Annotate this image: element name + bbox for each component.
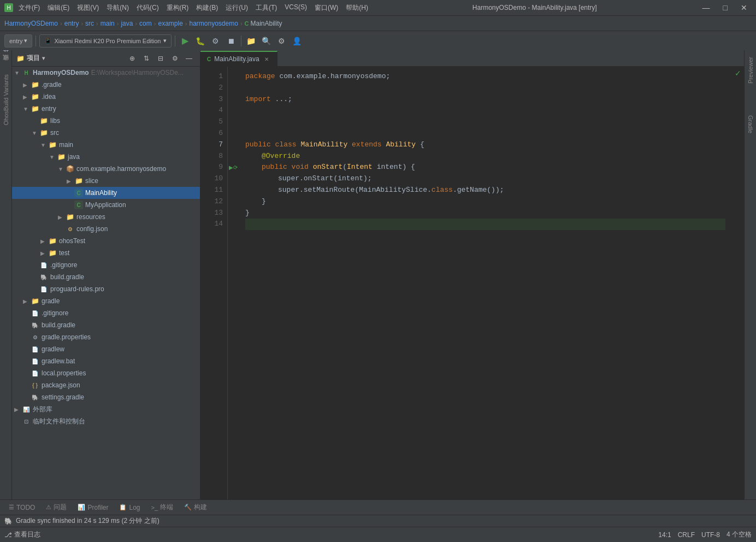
indent[interactable]: 4 个空格 [727,530,752,539]
menu-view[interactable]: 视图(V) [74,2,102,14]
file-button[interactable]: 📁 [245,34,258,48]
folder-icon: 📁 [48,140,57,149]
tree-item-gradle-hidden[interactable]: ▶ 📁 .gradle [12,79,200,91]
tree-item-gradle-folder[interactable]: ▶ 📁 gradle [12,295,200,307]
code-content[interactable]: package com.example.harmonyosdemo; impor… [239,67,732,499]
previewer-tab[interactable]: Previewer [746,52,755,88]
git-branch[interactable]: ⎇ 查看日志 [4,530,40,539]
entry-selector[interactable]: entry ▾ [4,34,32,48]
tree-item-mainability[interactable]: C MainAbility [12,187,200,199]
charset[interactable]: UTF-8 [701,531,720,539]
menu-tools[interactable]: 工具(T) [252,2,280,14]
tree-item-gitignore-root[interactable]: 📄 .gitignore [12,307,200,319]
menu-run[interactable]: 运行(U) [222,2,251,14]
breadcrumb-example[interactable]: example [158,20,182,27]
sidebar-collapse-button[interactable]: ⊟ [154,52,167,65]
folder-icon: 📁 [57,152,66,161]
sidebar-minimize-button[interactable]: — [182,52,196,65]
left-tab-structure[interactable]: 结构 [0,52,11,61]
tree-item-gradle-properties[interactable]: ⚙ gradle.properties [12,331,200,343]
tree-item-resources[interactable]: ▶ 📁 resources [12,211,200,223]
tree-item-settings-gradle[interactable]: 🐘 settings.gradle [12,391,200,403]
menu-refactor[interactable]: 重构(R) [163,2,192,14]
bottom-tab-build[interactable]: 🔨 构建 [180,502,211,513]
tree-item-build-gradle-entry[interactable]: 🐘 build.gradle [12,271,200,283]
line-num-12: 12 [200,196,227,208]
menu-nav[interactable]: 导航(N) [103,2,132,14]
breadcrumb-java[interactable]: java [121,20,133,27]
line-ending[interactable]: CRLF [678,531,695,539]
left-tab-favorites[interactable]: 收藏 [0,61,11,70]
menu-vcs[interactable]: VCS(S) [281,2,310,14]
tree-label: config.json [76,225,108,233]
bottom-tab-todo[interactable]: ☰ TODO [4,503,39,512]
tree-item-proguard[interactable]: 📄 proguard-rules.pro [12,283,200,295]
tree-item-myapplication[interactable]: C MyApplication [12,199,200,211]
bottom-tab-profiler[interactable]: 📊 Profiler [73,503,113,512]
log-icon: 📋 [119,504,127,511]
gradle-tab[interactable]: Gradle [746,111,755,138]
cursor-position[interactable]: 14:1 [658,531,671,539]
tree-item-slice[interactable]: ▶ 📁 slice [12,175,200,187]
tree-item-gitignore-entry[interactable]: 📄 .gitignore [12,259,200,271]
tree-item-local-properties[interactable]: 📄 local.properties [12,367,200,379]
sidebar-settings-button[interactable]: ⚙ [168,52,181,65]
tree-item-gradlew[interactable]: 📄 gradlew [12,343,200,355]
debug-button[interactable]: 🐛 [194,34,207,48]
left-tab-ohosbuild[interactable]: OhosBuild Variants [1,70,11,129]
attach-button[interactable]: ⚙ [209,34,222,48]
tree-item-src[interactable]: ▼ 📁 src [12,127,200,139]
user-button[interactable]: 👤 [291,34,304,48]
tree-item-external-libs[interactable]: ▶ 📊 外部库 [12,403,200,415]
tree-item-gradlew-bat[interactable]: 📄 gradlew.bat [12,355,200,367]
run-button[interactable]: ▶ [179,34,192,48]
tree-item-ohostest[interactable]: ▶ 📁 ohosTest [12,235,200,247]
menu-window[interactable]: 窗口(W) [311,2,341,14]
toolbar-separator-3 [241,36,241,46]
tree-item-main[interactable]: ▼ 📁 main [12,139,200,151]
menu-edit[interactable]: 编辑(E) [44,2,73,14]
breadcrumb-project[interactable]: HarmonyOSDemo [4,20,58,27]
breadcrumb-src[interactable]: src [85,20,94,27]
breadcrumb-entry[interactable]: entry [64,20,79,27]
stop-button[interactable]: ⏹ [225,34,238,48]
tree-item-build-gradle-root[interactable]: 🐘 build.gradle [12,319,200,331]
menu-code[interactable]: 代码(C) [133,2,162,14]
settings-button[interactable]: ⚙ [275,34,288,48]
search-button[interactable]: 🔍 [260,34,273,48]
breadcrumb-main[interactable]: main [101,20,115,27]
menu-file[interactable]: 文件(F) [15,2,43,14]
tab-close-button[interactable]: ✕ [263,55,270,63]
breadcrumb-harmonyosdemo[interactable]: harmonyosdemo [189,20,238,27]
arrow-icon: ▶ [40,250,48,256]
tree-item-package[interactable]: ▼ 📦 com.example.harmonyosdemo [12,163,200,175]
sidebar-add-button[interactable]: ⊕ [126,52,139,65]
gradle-sync-icon: 🐘 [4,517,13,525]
tree-item-root[interactable]: ▼ H HarmonyOSDemo E:\Workspace\HarmonyOS… [12,67,200,79]
tree-item-package-json[interactable]: { } package.json [12,379,200,391]
tree-item-entry[interactable]: ▼ 📁 entry [12,103,200,115]
device-selector[interactable]: 📱 Xiaomi Redmi K20 Pro Premium Edition ▾ [39,34,171,48]
tree-item-libs[interactable]: 📁 libs [12,115,200,127]
tree-item-test[interactable]: ▶ 📁 test [12,247,200,259]
breadcrumb-com[interactable]: com [139,20,152,27]
sidebar-sync-button[interactable]: ⇅ [140,52,153,65]
tree-item-config-json[interactable]: ⚙ config.json [12,223,200,235]
gutter-6 [228,128,239,139]
tree-item-idea[interactable]: ▶ 📁 .idea [12,91,200,103]
tree-item-temp-files[interactable]: ⊡ 临时文件和控制台 [12,415,200,427]
code-line-1: package com.example.harmonyosdemo; [245,71,725,83]
bottom-tab-log[interactable]: 📋 Log [115,503,144,512]
minimize-button[interactable]: — [698,2,714,13]
tree-item-java[interactable]: ▼ 📁 java [12,151,200,163]
menu-build[interactable]: 构建(B) [193,2,221,14]
code-editor[interactable]: 1 2 3 4 5 6 7 8 9 10 11 12 13 14 [200,67,744,499]
editor-tab-mainability[interactable]: C MainAbility.java ✕ [200,51,277,66]
bottom-tab-problems[interactable]: ⚠ 问题 [42,502,71,513]
tab-label: MainAbility.java [214,55,259,63]
line-num-5: 5 [200,116,227,128]
menu-help[interactable]: 帮助(H) [342,2,371,14]
bottom-tab-terminal[interactable]: >_ 终端 [147,502,178,513]
maximize-button[interactable]: □ [719,2,732,13]
close-button[interactable]: ✕ [736,2,752,13]
